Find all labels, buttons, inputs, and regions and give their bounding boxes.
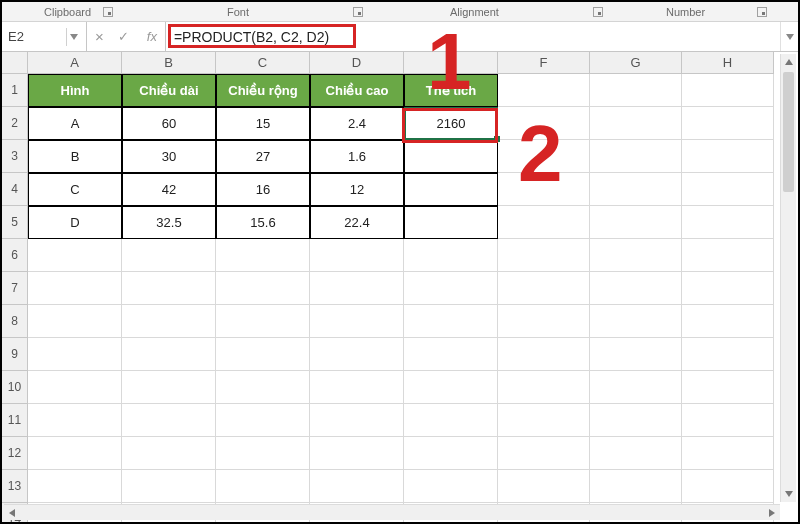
cell[interactable] xyxy=(590,74,682,107)
ribbon-group-font[interactable]: Font xyxy=(227,6,249,18)
row-header[interactable]: 7 xyxy=(2,272,28,305)
row-header[interactable]: 2 xyxy=(2,107,28,140)
cell[interactable] xyxy=(122,470,216,503)
cell[interactable] xyxy=(310,338,404,371)
column-header[interactable]: F xyxy=(498,52,590,74)
row-header[interactable]: 3 xyxy=(2,140,28,173)
cell[interactable] xyxy=(216,437,310,470)
cell[interactable] xyxy=(498,338,590,371)
cell[interactable] xyxy=(498,404,590,437)
cell[interactable] xyxy=(404,305,498,338)
cell[interactable] xyxy=(310,437,404,470)
cell[interactable] xyxy=(404,470,498,503)
cell[interactable]: 32.5 xyxy=(122,206,216,239)
cell[interactable] xyxy=(498,74,590,107)
name-box-dropdown-icon[interactable] xyxy=(66,28,80,46)
row-header[interactable]: 6 xyxy=(2,239,28,272)
table-header[interactable]: Hình xyxy=(28,74,122,107)
cell[interactable] xyxy=(310,404,404,437)
cell[interactable]: 2.4 xyxy=(310,107,404,140)
cell[interactable] xyxy=(404,173,498,206)
scroll-right-icon[interactable] xyxy=(764,505,780,520)
cell[interactable] xyxy=(590,272,682,305)
cell[interactable] xyxy=(590,140,682,173)
cell[interactable]: 27 xyxy=(216,140,310,173)
column-header[interactable]: D xyxy=(310,52,404,74)
cell[interactable] xyxy=(682,206,774,239)
table-header[interactable]: Chiều rộng xyxy=(216,74,310,107)
dialog-launcher-icon[interactable] xyxy=(593,7,603,17)
scroll-down-icon[interactable] xyxy=(781,486,796,502)
cell[interactable] xyxy=(28,272,122,305)
table-header[interactable]: Chiều cao xyxy=(310,74,404,107)
cell-selected[interactable]: 2160 xyxy=(404,107,498,140)
cell[interactable]: 15.6 xyxy=(216,206,310,239)
cell[interactable] xyxy=(122,272,216,305)
cell[interactable] xyxy=(498,305,590,338)
cell[interactable] xyxy=(682,470,774,503)
table-header[interactable]: Chiều dài xyxy=(122,74,216,107)
cell[interactable] xyxy=(310,371,404,404)
cell[interactable] xyxy=(682,107,774,140)
cell[interactable] xyxy=(216,470,310,503)
cell[interactable]: 12 xyxy=(310,173,404,206)
column-header[interactable]: G xyxy=(590,52,682,74)
column-header[interactable]: H xyxy=(682,52,774,74)
row-header[interactable]: 5 xyxy=(2,206,28,239)
cell[interactable] xyxy=(28,239,122,272)
row-header[interactable]: 12 xyxy=(2,437,28,470)
cell[interactable] xyxy=(498,371,590,404)
cell[interactable] xyxy=(590,437,682,470)
cell[interactable]: 60 xyxy=(122,107,216,140)
cell[interactable] xyxy=(498,239,590,272)
cell[interactable] xyxy=(682,272,774,305)
scrollbar-thumb[interactable] xyxy=(783,72,794,192)
row-header[interactable]: 10 xyxy=(2,371,28,404)
cell[interactable]: 15 xyxy=(216,107,310,140)
row-header[interactable]: 11 xyxy=(2,404,28,437)
cell[interactable] xyxy=(590,305,682,338)
cancel-icon[interactable]: × xyxy=(95,28,104,45)
cell[interactable] xyxy=(404,437,498,470)
cell[interactable] xyxy=(216,305,310,338)
cell[interactable] xyxy=(28,371,122,404)
column-header[interactable]: A xyxy=(28,52,122,74)
cell[interactable] xyxy=(590,404,682,437)
cell[interactable] xyxy=(590,206,682,239)
cell[interactable] xyxy=(590,173,682,206)
cell[interactable] xyxy=(122,404,216,437)
cell[interactable] xyxy=(498,272,590,305)
cell[interactable] xyxy=(216,371,310,404)
cell[interactable] xyxy=(216,404,310,437)
scroll-left-icon[interactable] xyxy=(4,505,20,520)
cell[interactable] xyxy=(28,305,122,338)
cell[interactable] xyxy=(682,305,774,338)
cell[interactable]: 22.4 xyxy=(310,206,404,239)
cell[interactable] xyxy=(122,437,216,470)
cell[interactable] xyxy=(404,239,498,272)
cell[interactable] xyxy=(310,272,404,305)
cell[interactable] xyxy=(404,338,498,371)
cell[interactable]: C xyxy=(28,173,122,206)
cell[interactable] xyxy=(498,470,590,503)
dialog-launcher-icon[interactable] xyxy=(353,7,363,17)
cell[interactable] xyxy=(682,437,774,470)
cell[interactable] xyxy=(216,239,310,272)
cell[interactable] xyxy=(122,371,216,404)
column-header[interactable]: B xyxy=(122,52,216,74)
cell[interactable] xyxy=(310,305,404,338)
cell[interactable] xyxy=(590,239,682,272)
name-box[interactable]: E2 xyxy=(2,22,87,51)
cell[interactable] xyxy=(28,470,122,503)
cell[interactable] xyxy=(122,239,216,272)
dialog-launcher-icon[interactable] xyxy=(103,7,113,17)
expand-formula-bar-icon[interactable] xyxy=(780,22,798,51)
row-header[interactable]: 1 xyxy=(2,74,28,107)
cell[interactable] xyxy=(28,404,122,437)
cell[interactable] xyxy=(122,305,216,338)
cell[interactable] xyxy=(404,272,498,305)
dialog-launcher-icon[interactable] xyxy=(757,7,767,17)
cell[interactable] xyxy=(498,437,590,470)
cell[interactable] xyxy=(590,470,682,503)
cell[interactable]: A xyxy=(28,107,122,140)
